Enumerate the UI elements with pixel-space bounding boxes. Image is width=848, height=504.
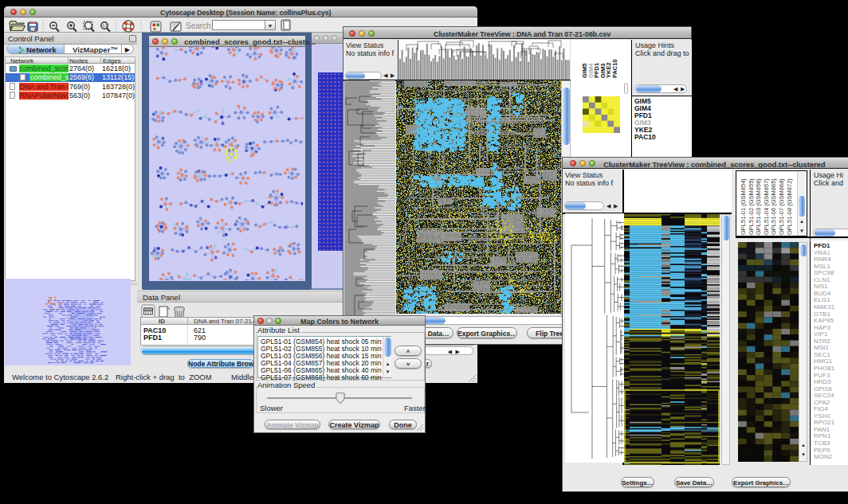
svg-text:1:1: 1:1 xyxy=(103,24,108,28)
svg-text:Search:: Search: xyxy=(186,21,213,30)
